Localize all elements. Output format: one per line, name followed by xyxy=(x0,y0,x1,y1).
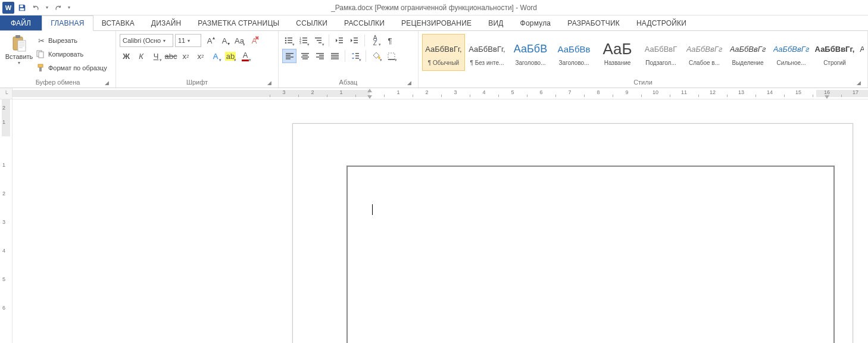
style-name-label: ¶ Обычный xyxy=(428,60,459,66)
group-clipboard-label: Буфер обмена xyxy=(36,79,80,86)
font-dialog-launcher-icon[interactable]: ◢ xyxy=(265,79,273,87)
svg-rect-0 xyxy=(20,5,23,7)
tab-developer[interactable]: РАЗРАБОТЧИК xyxy=(559,15,628,30)
document-area[interactable] xyxy=(13,99,868,343)
tab-selector-icon[interactable]: └ xyxy=(0,88,13,99)
styles-dialog-launcher-icon[interactable]: ◢ xyxy=(854,79,863,87)
style-item-3[interactable]: АаБбВвЗаголово... xyxy=(552,34,595,71)
change-case-button[interactable]: Aa xyxy=(233,34,246,47)
style-item-5[interactable]: АаБбВвГПодзагол... xyxy=(639,34,682,71)
paragraph-dialog-launcher-icon[interactable]: ◢ xyxy=(405,79,413,87)
shrink-font-button[interactable]: A▾ xyxy=(218,34,231,47)
style-item-4[interactable]: АаБНазвание xyxy=(596,34,639,71)
style-name-label: Заголово... xyxy=(559,60,589,66)
superscript-button[interactable]: x2 xyxy=(194,49,207,63)
window-title: _Рамка.docx [Режим ограниченной функцион… xyxy=(0,4,868,12)
svg-rect-43 xyxy=(331,55,339,56)
highlight-button[interactable]: ab xyxy=(224,49,237,63)
justify-button[interactable] xyxy=(328,49,341,63)
svg-rect-38 xyxy=(316,53,324,54)
svg-rect-42 xyxy=(331,53,339,54)
tab-formula[interactable]: Формула xyxy=(512,15,560,30)
ruler-v-num: 5 xyxy=(2,276,5,282)
svg-rect-26 xyxy=(339,42,343,43)
ruler-h-num: 7 xyxy=(568,89,571,95)
tab-references[interactable]: ССЫЛКИ xyxy=(288,15,336,30)
cut-button[interactable]: ✂ Вырезать xyxy=(35,34,109,47)
style-item-6[interactable]: АаБбВвГгСлабое в... xyxy=(683,34,726,71)
style-item-7[interactable]: АаБбВвГгВыделение xyxy=(726,34,769,71)
tab-home[interactable]: ГЛАВНАЯ xyxy=(42,15,93,31)
style-item-8[interactable]: АаБбВвГгСильное... xyxy=(770,34,813,71)
paste-button[interactable]: Вставить ▾ xyxy=(4,33,35,67)
shading-button[interactable] xyxy=(370,49,383,63)
svg-rect-48 xyxy=(355,58,359,59)
format-painter-button[interactable]: Формат по образцу xyxy=(35,61,109,74)
font-color-button[interactable]: A xyxy=(239,49,252,63)
word-app-icon[interactable]: W xyxy=(2,2,14,14)
undo-icon[interactable] xyxy=(30,1,43,14)
clipboard-dialog-launcher-icon[interactable]: ◢ xyxy=(102,79,111,87)
hanging-indent-marker-icon[interactable] xyxy=(367,95,372,99)
ruler-v-num: 4 xyxy=(2,248,5,254)
svg-rect-32 xyxy=(286,57,294,58)
line-spacing-button[interactable] xyxy=(349,49,362,63)
page[interactable] xyxy=(292,123,853,343)
increase-indent-button[interactable] xyxy=(348,34,361,47)
ruler-vertical[interactable]: 21123456 xyxy=(0,99,13,343)
multilevel-list-button[interactable] xyxy=(312,34,325,47)
tab-page-layout[interactable]: РАЗМЕТКА СТРАНИЦЫ xyxy=(189,15,288,30)
svg-rect-49 xyxy=(388,53,395,60)
tab-review[interactable]: РЕЦЕНЗИРОВАНИЕ xyxy=(393,15,480,30)
redo-icon[interactable] xyxy=(51,1,64,14)
tab-addins[interactable]: НАДСТРОЙКИ xyxy=(628,15,695,30)
tab-view[interactable]: ВИД xyxy=(480,15,511,30)
italic-button[interactable]: К xyxy=(135,49,148,63)
style-item-0[interactable]: АаБбВвГг,¶ Обычный xyxy=(422,34,465,71)
svg-rect-1 xyxy=(20,8,24,10)
tab-mailings[interactable]: РАССЫЛКИ xyxy=(336,15,393,30)
right-indent-marker-icon[interactable] xyxy=(825,95,829,99)
text-cursor xyxy=(372,204,373,215)
ruler-v-num: 3 xyxy=(2,219,5,225)
tab-file[interactable]: ФАЙЛ xyxy=(0,15,42,30)
undo-dropdown-icon[interactable]: ▾ xyxy=(44,1,50,14)
clear-formatting-button[interactable]: A✖ xyxy=(248,34,261,47)
borders-button[interactable] xyxy=(385,49,398,63)
styles-gallery[interactable]: АаБбВвГг,¶ ОбычныйАаБбВвГг,¶ Без инте...… xyxy=(422,33,864,71)
style-item-1[interactable]: АаБбВвГг,¶ Без инте... xyxy=(466,34,508,71)
subscript-button[interactable]: x2 xyxy=(179,49,192,63)
numbering-button[interactable]: 123 xyxy=(297,34,310,47)
align-right-button[interactable] xyxy=(313,49,326,63)
indent-marker-icon[interactable] xyxy=(367,89,372,92)
style-name-label: Выделение xyxy=(732,60,764,66)
ruler-horizontal[interactable]: └ 3211234567891011121314151617 xyxy=(0,88,868,99)
ribbon-tabs: ФАЙЛ ГЛАВНАЯ ВСТАВКА ДИЗАЙН РАЗМЕТКА СТР… xyxy=(0,15,868,31)
style-item-9[interactable]: АаБбВвГг,Строгий xyxy=(813,34,856,71)
sort-button[interactable]: AZ↓ xyxy=(369,34,382,47)
align-left-button[interactable] xyxy=(282,49,296,63)
group-paragraph: 123 AZ↓ ¶ Абзац ◢ xyxy=(279,31,419,88)
tab-insert[interactable]: ВСТАВКА xyxy=(93,15,143,30)
qat-customize-icon[interactable]: ▾ xyxy=(65,1,73,14)
underline-button[interactable]: Ч xyxy=(149,49,163,63)
show-marks-button[interactable]: ¶ xyxy=(383,34,396,47)
tab-design[interactable]: ДИЗАЙН xyxy=(143,15,190,30)
bullets-button[interactable] xyxy=(282,34,295,47)
ruler-h-track[interactable]: 3211234567891011121314151617 xyxy=(13,88,868,99)
copy-button[interactable]: Копировать xyxy=(35,48,109,61)
bold-button[interactable]: Ж xyxy=(120,49,133,63)
font-size-combo[interactable]: 11▾ xyxy=(175,34,201,47)
decrease-indent-button[interactable] xyxy=(333,34,346,47)
align-center-button[interactable] xyxy=(298,49,311,63)
strikethrough-button[interactable]: abc xyxy=(164,49,177,63)
svg-rect-3 xyxy=(15,35,20,38)
style-item-10[interactable]: АаБбВвГг,Цитат xyxy=(857,34,864,71)
style-item-2[interactable]: АаБбВЗаголово... xyxy=(509,34,552,71)
grow-font-button[interactable]: A▴ xyxy=(203,34,216,47)
svg-text:3: 3 xyxy=(299,41,301,44)
save-icon[interactable] xyxy=(15,1,29,14)
text-effects-button[interactable]: A xyxy=(209,49,222,63)
font-name-combo[interactable]: Calibri (Осно▾ xyxy=(120,34,173,47)
style-preview: АаБбВвГг xyxy=(686,39,723,60)
